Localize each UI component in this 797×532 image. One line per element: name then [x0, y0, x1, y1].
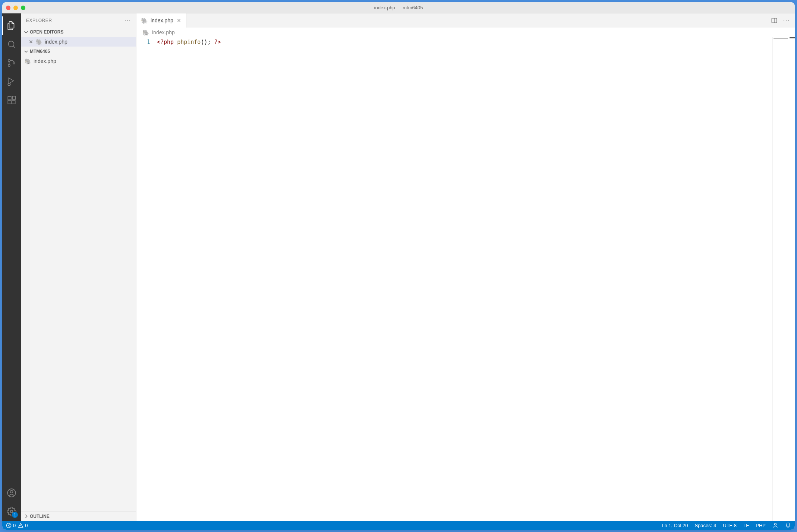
activity-extensions[interactable]: [2, 91, 21, 110]
outline-header[interactable]: OUTLINE: [21, 511, 136, 521]
sidebar: EXPLORER ⋯ OPEN EDITORS 🐘 index.php: [21, 13, 136, 521]
line-gutter: 1: [136, 37, 157, 521]
status-problems[interactable]: 0 0: [6, 523, 28, 528]
account-icon: [7, 488, 16, 498]
editor-actions: ⋯: [766, 13, 795, 28]
status-notifications-button[interactable]: [785, 522, 791, 528]
feedback-icon: [772, 522, 778, 528]
file-tree: 🐘 index.php: [21, 56, 136, 511]
titlebar[interactable]: index.php — mtm6405: [2, 2, 795, 13]
source-control-icon: [7, 58, 16, 68]
status-encoding[interactable]: UTF-8: [723, 523, 737, 528]
code-area[interactable]: <?php phpinfo(); ?>: [157, 37, 772, 521]
php-file-icon: 🐘: [36, 39, 42, 44]
close-editor-button[interactable]: [28, 39, 34, 44]
open-editors-header[interactable]: OPEN EDITORS: [21, 27, 136, 37]
svg-point-0: [8, 41, 14, 47]
status-feedback-button[interactable]: [772, 522, 778, 528]
line-number: 1: [136, 38, 150, 46]
app-window: index.php — mtm6405: [2, 2, 795, 530]
status-language[interactable]: PHP: [756, 523, 766, 528]
php-file-icon: 🐘: [142, 30, 149, 35]
svg-rect-8: [12, 96, 16, 99]
function-call: phpinfo: [177, 39, 201, 45]
sidebar-title-row: EXPLORER ⋯: [21, 13, 136, 27]
php-file-icon: 🐘: [141, 18, 148, 23]
activity-bar: 1: [2, 13, 21, 521]
statusbar: 0 0 Ln 1, Col 20 Spaces: 4 UTF-8 LF PHP: [2, 521, 795, 530]
svg-point-11: [10, 510, 13, 513]
activity-search[interactable]: [2, 35, 21, 54]
svg-point-14: [774, 523, 776, 525]
warnings-count: 0: [25, 523, 28, 528]
settings-badge: 1: [12, 512, 18, 518]
tab-label: index.php: [151, 18, 173, 23]
svg-rect-7: [12, 101, 15, 104]
activity-accounts[interactable]: [2, 484, 21, 502]
call-punctuation: ();: [201, 39, 211, 45]
sidebar-title: EXPLORER: [26, 18, 52, 23]
tabs-bar: 🐘 index.php ⋯: [136, 13, 795, 28]
svg-point-1: [8, 60, 10, 61]
svg-point-10: [10, 490, 13, 493]
split-editor-button[interactable]: [771, 17, 778, 24]
activity-explorer[interactable]: [2, 16, 21, 35]
svg-rect-6: [8, 101, 11, 104]
open-editor-item[interactable]: 🐘 index.php: [21, 37, 136, 47]
workbench: 1 EXPLORER ⋯ OPEN EDITORS 🐘 index.php: [2, 13, 795, 521]
status-eol[interactable]: LF: [743, 523, 749, 528]
tab-close-button[interactable]: [176, 18, 182, 23]
minimize-window-button[interactable]: [13, 6, 18, 10]
error-icon: [6, 523, 12, 528]
svg-point-2: [8, 64, 10, 66]
activity-run-debug[interactable]: [2, 72, 21, 91]
sidebar-more-button[interactable]: ⋯: [124, 16, 131, 25]
file-tree-item[interactable]: 🐘 index.php: [21, 56, 136, 66]
open-editor-name: index.php: [45, 39, 67, 45]
svg-point-3: [13, 62, 15, 64]
php-close-tag: ?>: [214, 39, 221, 45]
svg-rect-5: [8, 96, 11, 100]
workspace-label: MTM6405: [30, 49, 50, 54]
file-name: index.php: [34, 58, 56, 64]
maximize-window-button[interactable]: [21, 6, 25, 10]
activity-settings[interactable]: 1: [2, 502, 21, 521]
chevron-down-icon: [23, 29, 29, 35]
breadcrumb-item[interactable]: index.php: [152, 29, 175, 35]
minimap[interactable]: [772, 37, 795, 521]
php-file-icon: 🐘: [25, 59, 31, 63]
breadcrumbs[interactable]: 🐘 index.php: [136, 28, 795, 37]
php-open-tag: <?php: [157, 39, 174, 45]
extensions-icon: [7, 95, 16, 105]
warning-icon: [18, 523, 23, 528]
minimap-content: [774, 38, 788, 39]
chevron-down-icon: [23, 49, 29, 54]
workspace-header[interactable]: MTM6405: [21, 47, 136, 56]
editor-content[interactable]: 1 <?php phpinfo(); ?>: [136, 37, 795, 521]
chevron-right-icon: [23, 514, 29, 519]
errors-count: 0: [13, 523, 16, 528]
status-spaces[interactable]: Spaces: 4: [694, 523, 716, 528]
run-debug-icon: [7, 77, 16, 86]
tab-index-php[interactable]: 🐘 index.php: [136, 13, 186, 28]
activity-source-control[interactable]: [2, 54, 21, 72]
editor-more-button[interactable]: ⋯: [783, 16, 790, 25]
overview-ruler-mark: [790, 37, 795, 38]
close-window-button[interactable]: [6, 6, 10, 10]
files-icon: [7, 21, 16, 31]
bell-icon: [785, 522, 791, 528]
search-icon: [7, 39, 16, 49]
open-editors-label: OPEN EDITORS: [30, 29, 63, 35]
status-cursor[interactable]: Ln 1, Col 20: [662, 523, 688, 528]
window-title: index.php — mtm6405: [374, 5, 423, 10]
traffic-lights: [6, 6, 25, 10]
outline-label: OUTLINE: [30, 514, 50, 519]
editor-area: 🐘 index.php ⋯ 🐘 index.php: [136, 13, 795, 521]
